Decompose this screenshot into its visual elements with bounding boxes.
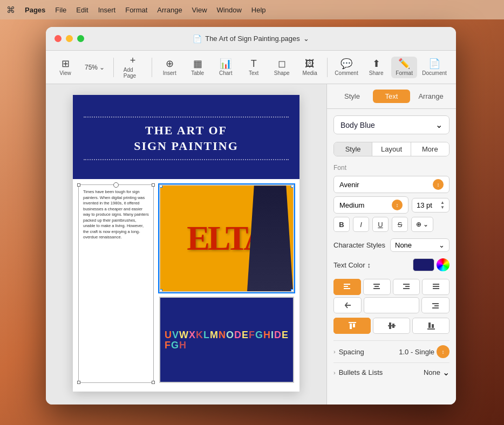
- sub-tab-style[interactable]: Style: [334, 142, 372, 156]
- font-weight-select[interactable]: Medium ↕: [333, 196, 408, 214]
- toolbar-chart[interactable]: 📊 Chart: [213, 57, 239, 78]
- menu-format[interactable]: Format: [125, 6, 147, 14]
- increase-indent-button[interactable]: [421, 297, 449, 313]
- toolbar-insert[interactable]: ⊕ Insert: [156, 57, 182, 78]
- vert-align-top[interactable]: [333, 318, 371, 334]
- underline-button[interactable]: U: [372, 217, 389, 232]
- color-wheel[interactable]: [437, 258, 449, 271]
- style-dropdown[interactable]: Body Blue ⌄: [333, 115, 449, 134]
- menu-insert[interactable]: Insert: [98, 6, 116, 14]
- resize-handle-tl[interactable]: [77, 183, 80, 187]
- align-row: [333, 279, 449, 295]
- spacing-row[interactable]: › Spacing 1.0 - Single ↕: [333, 340, 449, 362]
- color-swatch-area: [413, 258, 449, 271]
- img-handle-bl[interactable]: [159, 289, 162, 292]
- align-right-button[interactable]: [393, 279, 420, 295]
- resize-handle-br[interactable]: [152, 381, 155, 384]
- spacer-btn: [364, 297, 419, 313]
- font-size-value: 13 pt: [417, 201, 432, 209]
- toolbar-text[interactable]: T Text: [241, 57, 267, 78]
- menu-window[interactable]: Window: [217, 6, 242, 14]
- italic-button[interactable]: I: [353, 217, 369, 232]
- bullets-value-area: None ⌄: [424, 367, 449, 378]
- decrease-indent-button[interactable]: [333, 297, 362, 313]
- menu-help[interactable]: Help: [251, 6, 266, 14]
- toolbar-view[interactable]: ⊞ View: [52, 57, 78, 78]
- font-size-box[interactable]: 13 pt ▲ ▼: [412, 198, 449, 212]
- tab-arrange[interactable]: Arrange: [412, 90, 449, 103]
- page-header: THE ART OFSIGN PAINTING: [73, 95, 299, 179]
- minimize-button[interactable]: [66, 35, 73, 42]
- comment-icon: 💬: [340, 59, 352, 68]
- menu-arrange[interactable]: Arrange: [157, 6, 182, 14]
- shape-icon: ◻: [278, 59, 286, 68]
- font-size-stepper[interactable]: ▲ ▼: [440, 201, 445, 210]
- font-select-arrow[interactable]: ↕: [433, 179, 444, 190]
- app-name: Pages: [25, 6, 45, 14]
- char-styles-select[interactable]: None ⌄: [390, 238, 449, 252]
- canvas-area[interactable]: THE ART OFSIGN PAINTING Times have been …: [46, 84, 326, 405]
- maximize-button[interactable]: [77, 35, 84, 42]
- letter-w: W: [179, 330, 188, 340]
- font-size-down[interactable]: ▼: [440, 205, 445, 210]
- vert-align-bottom[interactable]: [412, 318, 449, 334]
- toolbar-shape[interactable]: ◻ Shape: [269, 57, 295, 78]
- align-justify-button[interactable]: [422, 279, 449, 295]
- toolbar-format[interactable]: ✏️ Format: [391, 57, 417, 78]
- zoom-control[interactable]: 75% ⌄: [80, 61, 109, 73]
- text-format-more[interactable]: ⊕ ⌄: [411, 217, 433, 232]
- vert-align-middle[interactable]: [373, 318, 410, 334]
- bullets-chevron-icon: ›: [333, 369, 336, 376]
- img-handle-tr[interactable]: [291, 184, 294, 188]
- align-left-button[interactable]: [333, 279, 361, 295]
- menu-edit[interactable]: Edit: [76, 6, 88, 14]
- text-box-handle-top[interactable]: [113, 182, 119, 188]
- char-styles-label: Character Styles: [333, 241, 385, 249]
- insert-label: Insert: [163, 70, 176, 76]
- tab-text[interactable]: Text: [373, 90, 410, 103]
- font-name-row: Avenir ↕: [333, 176, 449, 193]
- page-content: Times have been tough for sign painters.…: [73, 179, 299, 388]
- close-button[interactable]: [55, 35, 62, 42]
- view-label: View: [59, 70, 71, 76]
- letter-o: O: [226, 330, 234, 340]
- strikethrough-button[interactable]: S: [392, 217, 408, 232]
- resize-handle-bl[interactable]: [77, 381, 80, 384]
- sub-tab-more[interactable]: More: [411, 142, 449, 156]
- toolbar-add-page[interactable]: + Add Page: [118, 53, 148, 81]
- table-icon: ▦: [193, 59, 202, 68]
- text-color-label: Text Color ↕: [333, 261, 371, 269]
- resize-handle-tr[interactable]: [152, 183, 155, 187]
- font-name-select[interactable]: Avenir ↕: [333, 176, 449, 193]
- panel-tabs: Style Text Arrange: [327, 84, 456, 109]
- svg-rect-23: [432, 324, 434, 328]
- toolbar-share[interactable]: ⬆ Share: [363, 57, 389, 78]
- toolbar-media[interactable]: 🖼 Media: [297, 57, 323, 78]
- menu-view[interactable]: View: [192, 6, 207, 14]
- img-handle-tl[interactable]: [159, 184, 162, 188]
- bold-button[interactable]: B: [333, 217, 350, 232]
- bullets-row[interactable]: › Bullets & Lists None ⌄: [333, 362, 449, 382]
- title-chevron[interactable]: ⌄: [303, 35, 309, 43]
- letter-h1: H: [263, 330, 270, 340]
- font-weight-arrow[interactable]: ↕: [392, 200, 403, 210]
- sub-tab-layout[interactable]: Layout: [372, 142, 411, 156]
- toolbar-document[interactable]: 📄 Document: [419, 57, 449, 78]
- text-box[interactable]: Times have been tough for sign painters.…: [78, 184, 154, 383]
- img-handle-br[interactable]: [291, 289, 294, 292]
- align-center-button[interactable]: [363, 279, 391, 295]
- apple-icon[interactable]: ⌘: [6, 5, 15, 15]
- text-color-swatch[interactable]: [413, 258, 434, 271]
- table-label: Table: [191, 70, 204, 76]
- tab-style[interactable]: Style: [333, 90, 371, 103]
- toolbar-table[interactable]: ▦ Table: [185, 57, 210, 78]
- toolbar-comment[interactable]: 💬 Comment: [332, 57, 361, 78]
- char-styles-chevron: ⌄: [439, 241, 445, 249]
- letter-m: M: [210, 330, 218, 340]
- font-size-up[interactable]: ▲: [440, 201, 445, 205]
- small-image[interactable]: U V W X K L M N O D E F: [159, 297, 294, 383]
- page-canvas: THE ART OFSIGN PAINTING Times have been …: [73, 95, 299, 392]
- main-image[interactable]: ELTA: [159, 184, 294, 292]
- spacing-stepper[interactable]: ↕: [437, 345, 449, 358]
- menu-file[interactable]: File: [55, 6, 66, 14]
